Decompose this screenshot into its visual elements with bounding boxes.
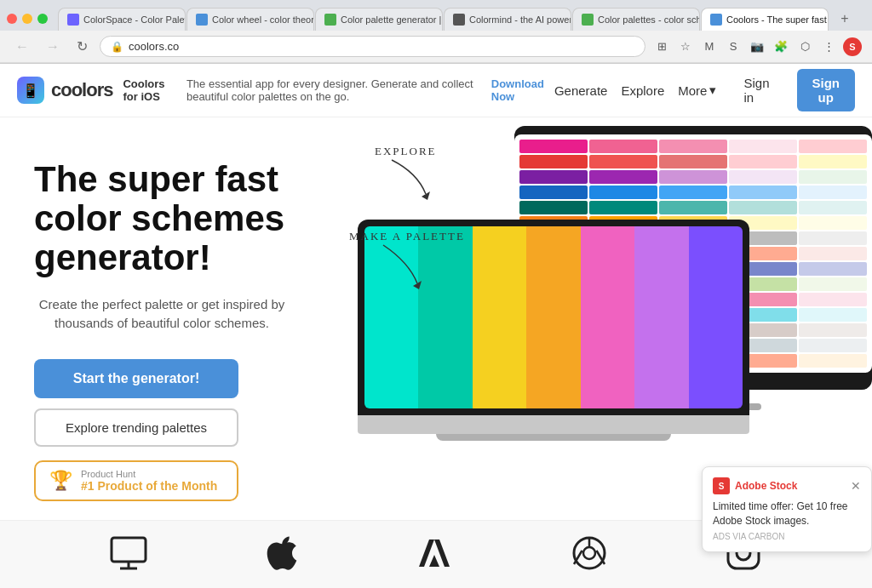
browser-tab-1[interactable]: ColorSpace - Color Palettes... ✕ xyxy=(58,8,186,31)
promo-description: The essential app for every designer. Ge… xyxy=(186,77,481,103)
color-cell xyxy=(729,170,797,184)
chevron-down-icon: ▾ xyxy=(709,83,716,98)
minimize-window-btn[interactable] xyxy=(22,14,32,24)
color-cell xyxy=(589,140,657,153)
nav-bar: ← → ↻ 🔒 coolors.co ⊞ ☆ M S 📷 🧩 ⬡ ⋮ S xyxy=(0,31,872,63)
trophy-icon: 🏆 xyxy=(49,470,72,492)
color-cell xyxy=(799,277,867,291)
ad-header: S Adobe Stock ✕ xyxy=(713,477,861,494)
color-cell xyxy=(799,201,867,214)
tab-label-6: Coolors - The super fast col... xyxy=(726,14,829,25)
top-nav: Generate Explore More ▾ Sign in Sign up xyxy=(554,69,855,111)
palette-bar xyxy=(634,226,688,408)
color-cell xyxy=(799,354,867,368)
brand-chrome xyxy=(571,534,608,575)
hero-title: The super fast color schemes generator! xyxy=(34,160,290,278)
ad-text: Limited time offer: Get 10 free Adobe St… xyxy=(713,500,861,528)
color-cell xyxy=(659,186,727,199)
ad-brand-name: Adobe Stock xyxy=(735,480,797,492)
color-cell xyxy=(519,186,588,199)
hero-subtitle: Create the perfect palette or get inspir… xyxy=(34,295,290,334)
bookmark-icon[interactable]: ☆ xyxy=(676,37,695,56)
promo-banner: 📱 coolors Coolors for iOS The essential … xyxy=(0,64,872,117)
forward-button[interactable]: → xyxy=(41,37,65,57)
color-cell xyxy=(659,155,727,168)
close-window-btn[interactable] xyxy=(7,14,17,24)
tab-favicon-1 xyxy=(67,14,79,26)
color-cell xyxy=(799,262,867,276)
color-cell xyxy=(519,170,588,184)
adobe-stock-logo: S xyxy=(713,477,730,494)
svg-point-6 xyxy=(583,547,595,559)
extension-icon-3[interactable]: 📷 xyxy=(748,37,766,56)
hero-right: EXPLORE MAKE A PALETTE xyxy=(324,117,872,588)
account-icon[interactable]: ⬡ xyxy=(795,37,814,56)
color-cell xyxy=(729,201,797,214)
chrome-icon xyxy=(571,534,608,572)
color-cell xyxy=(799,186,867,199)
new-tab-button[interactable]: + xyxy=(833,7,857,31)
hero-left: The super fast color schemes generator! … xyxy=(0,117,324,588)
color-cell xyxy=(519,140,588,153)
product-hunt-title: #1 Product of the Month xyxy=(81,479,217,493)
make-palette-annotation: MAKE A PALETTE xyxy=(349,228,465,243)
menu-icon[interactable]: ⋮ xyxy=(819,37,838,56)
product-hunt-badge[interactable]: 🏆 Product Hunt #1 Product of the Month xyxy=(34,460,238,501)
profile-avatar[interactable]: S xyxy=(843,37,862,56)
product-hunt-label: Product Hunt xyxy=(81,469,217,479)
start-generator-button[interactable]: Start the generator! xyxy=(34,359,238,398)
back-button[interactable]: ← xyxy=(10,37,34,57)
color-cell xyxy=(659,201,727,214)
reload-button[interactable]: ↻ xyxy=(72,36,93,57)
coolors-logo-text: coolors xyxy=(51,79,112,101)
browser-chrome: ColorSpace - Color Palettes... ✕ Color w… xyxy=(0,0,872,64)
color-cell xyxy=(589,186,657,199)
window-controls xyxy=(7,14,48,24)
tab-label-1: ColorSpace - Color Palettes... xyxy=(83,14,186,25)
banner-logo: 📱 coolors xyxy=(17,77,112,104)
color-cell xyxy=(799,170,867,184)
maximize-window-btn[interactable] xyxy=(37,14,48,24)
ad-close-button[interactable]: ✕ xyxy=(851,479,861,493)
signup-button[interactable]: Sign up xyxy=(797,69,856,111)
color-cell xyxy=(799,155,867,168)
extensions-icon[interactable]: 🧩 xyxy=(772,37,790,56)
browser-tab-3[interactable]: Color palette generator | Ca... ✕ xyxy=(315,8,443,31)
palette-bar xyxy=(689,226,743,408)
color-cell xyxy=(659,170,727,184)
color-cell xyxy=(799,140,867,153)
ad-popup: S Adobe Stock ✕ Limited time offer: Get … xyxy=(702,466,872,552)
nav-generate[interactable]: Generate xyxy=(554,83,608,98)
extension-icon-2[interactable]: S xyxy=(724,37,743,56)
color-cell xyxy=(799,323,867,337)
address-bar[interactable]: 🔒 coolors.co xyxy=(100,36,645,57)
signin-button[interactable]: Sign in xyxy=(730,69,783,111)
coolors-logo-icon: 📱 xyxy=(17,77,44,104)
explore-palettes-button[interactable]: Explore trending palettes xyxy=(34,408,238,447)
tab-label-5: Color palettes - color schem... xyxy=(598,14,700,25)
nav-explore[interactable]: Explore xyxy=(621,83,664,98)
color-cell xyxy=(799,293,867,306)
browser-tab-4[interactable]: Colormind - the AI powered... ✕ xyxy=(444,8,571,31)
explore-annotation: EXPLORE xyxy=(375,143,437,158)
svg-rect-2 xyxy=(112,538,146,562)
more-menu-button[interactable]: More ▾ xyxy=(678,83,716,98)
apple-icon xyxy=(264,534,298,572)
address-text: coolors.co xyxy=(129,40,179,53)
color-cell xyxy=(589,155,657,168)
make-palette-arrow xyxy=(366,241,434,292)
laptop-foot xyxy=(436,434,671,441)
extension-icon-1[interactable]: M xyxy=(700,37,719,56)
browser-tab-6[interactable]: Coolors - The super fast col... ✕ xyxy=(701,8,829,31)
color-cell xyxy=(519,201,588,214)
tabs-bar: ColorSpace - Color Palettes... ✕ Color w… xyxy=(58,7,865,31)
laptop-base xyxy=(358,415,749,434)
browser-tab-5[interactable]: Color palettes - color schem... ✕ xyxy=(572,8,700,31)
color-cell xyxy=(589,170,657,184)
download-link[interactable]: Download Now xyxy=(491,77,544,103)
tab-label-4: Colormind - the AI powered... xyxy=(469,14,571,25)
palette-bar xyxy=(473,226,526,408)
translate-icon[interactable]: ⊞ xyxy=(652,37,671,56)
tab-favicon-6 xyxy=(710,14,722,26)
browser-tab-2[interactable]: Color wheel - color theory a... ✕ xyxy=(186,8,314,31)
